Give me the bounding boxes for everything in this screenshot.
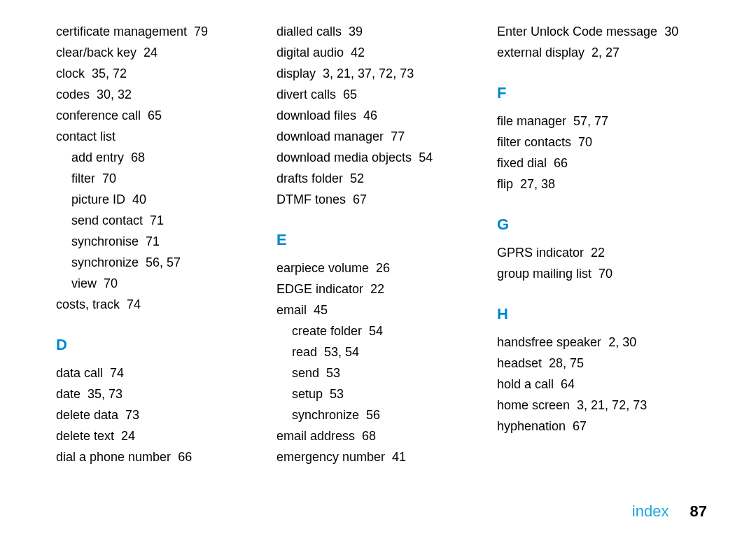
index-entry: dialled calls 39 bbox=[276, 21, 486, 42]
index-pages: 53 bbox=[326, 366, 340, 380]
index-term: send contact bbox=[71, 213, 143, 227]
index-pages: 3, 21, 72, 73 bbox=[577, 398, 647, 412]
index-term: email address bbox=[276, 429, 355, 443]
index-heading-d: D bbox=[56, 334, 266, 355]
index-entry: synchronise 71 bbox=[56, 231, 266, 252]
index-group: earpiece volume 26EDGE indicator 22email… bbox=[276, 258, 486, 467]
index-pages: 65 bbox=[343, 87, 357, 101]
index-entry: clock 35, 72 bbox=[56, 63, 266, 84]
index-entry: clear/back key 24 bbox=[56, 42, 266, 63]
index-entry: hold a call 64 bbox=[497, 374, 707, 395]
index-pages: 24 bbox=[144, 45, 158, 59]
index-pages: 66 bbox=[554, 156, 568, 170]
index-pages: 22 bbox=[370, 282, 384, 296]
page-footer: index 87 bbox=[632, 502, 707, 521]
column-1: certificate management 79clear/back key … bbox=[56, 21, 266, 467]
index-term: handsfree speaker bbox=[497, 335, 601, 349]
index-pages: 3, 21, 37, 72, 73 bbox=[323, 66, 414, 80]
index-term: synchronise bbox=[71, 234, 139, 248]
page-number: 87 bbox=[690, 502, 707, 520]
footer-label: index bbox=[632, 502, 669, 520]
index-term: file manager bbox=[497, 114, 566, 128]
index-pages: 54 bbox=[369, 324, 383, 338]
index-term: download files bbox=[276, 108, 356, 122]
index-pages: 64 bbox=[561, 377, 575, 391]
index-entry: costs, track 74 bbox=[56, 294, 266, 315]
index-entry: contact list bbox=[56, 126, 266, 147]
index-entry: email 45 bbox=[276, 299, 486, 320]
index-entry: fixed dial 66 bbox=[497, 153, 707, 174]
index-pages: 73 bbox=[125, 408, 139, 422]
index-term: Enter Unlock Code message bbox=[497, 24, 657, 38]
index-entry: emergency number 41 bbox=[276, 446, 486, 467]
index-term: add entry bbox=[71, 150, 124, 164]
index-entry: headset 28, 75 bbox=[497, 353, 707, 374]
index-term: delete text bbox=[56, 429, 114, 443]
index-pages: 56, 57 bbox=[146, 255, 181, 269]
index-entry: hyphenation 67 bbox=[497, 416, 707, 437]
index-term: clear/back key bbox=[56, 45, 136, 59]
index-entry: flip 27, 38 bbox=[497, 174, 707, 195]
index-pages: 67 bbox=[353, 192, 367, 206]
index-entry: filter 70 bbox=[56, 168, 266, 189]
index-entry: view 70 bbox=[56, 273, 266, 294]
index-pages: 53 bbox=[330, 387, 344, 401]
index-term: conference call bbox=[56, 108, 141, 122]
index-entry: delete text 24 bbox=[56, 425, 266, 446]
index-pages: 52 bbox=[350, 171, 364, 185]
index-pages: 71 bbox=[150, 213, 164, 227]
index-entry: download files 46 bbox=[276, 105, 486, 126]
index-entry: conference call 65 bbox=[56, 105, 266, 126]
index-term: group mailing list bbox=[497, 267, 592, 281]
index-term: dial a phone number bbox=[56, 450, 171, 464]
index-term: data call bbox=[56, 366, 103, 380]
index-term: send bbox=[292, 366, 319, 380]
index-heading-h: H bbox=[497, 304, 707, 325]
index-heading-f: F bbox=[497, 83, 707, 104]
index-term: display bbox=[276, 66, 316, 80]
index-pages: 70 bbox=[578, 135, 592, 149]
column-3: Enter Unlock Code message 30external dis… bbox=[497, 21, 707, 467]
index-term: GPRS indicator bbox=[497, 246, 584, 260]
index-entry: Enter Unlock Code message 30 bbox=[497, 21, 707, 42]
index-pages: 65 bbox=[148, 108, 162, 122]
index-term: contact list bbox=[56, 129, 115, 143]
index-pages: 79 bbox=[194, 24, 208, 38]
index-entry: read 53, 54 bbox=[276, 341, 486, 362]
index-term: flip bbox=[497, 177, 513, 191]
index-entry: email address 68 bbox=[276, 425, 486, 446]
index-term: divert calls bbox=[276, 87, 336, 101]
index-entry: synchronize 56, 57 bbox=[56, 252, 266, 273]
index-pages: 22 bbox=[591, 246, 605, 260]
index-entry: send 53 bbox=[276, 362, 486, 383]
index-group: data call 74date 35, 73delete data 73del… bbox=[56, 362, 266, 467]
index-entry: EDGE indicator 22 bbox=[276, 278, 486, 299]
index-term: download manager bbox=[276, 129, 384, 143]
index-entry: divert calls 65 bbox=[276, 84, 486, 105]
index-term: digital audio bbox=[276, 45, 344, 59]
index-entry: add entry 68 bbox=[56, 147, 266, 168]
index-entry: filter contacts 70 bbox=[497, 132, 707, 153]
index-term: picture ID bbox=[71, 192, 125, 206]
index-term: synchronize bbox=[71, 255, 139, 269]
index-term: home screen bbox=[497, 398, 570, 412]
index-term: earpiece volume bbox=[276, 261, 369, 275]
index-term: fixed dial bbox=[497, 156, 547, 170]
index-entry: send contact 71 bbox=[56, 210, 266, 231]
index-term: certificate management bbox=[56, 24, 187, 38]
index-term: setup bbox=[292, 387, 323, 401]
index-entry: handsfree speaker 2, 30 bbox=[497, 332, 707, 353]
index-group: certificate management 79clear/back key … bbox=[56, 21, 266, 315]
index-pages: 70 bbox=[598, 267, 612, 281]
index-term: EDGE indicator bbox=[276, 282, 363, 296]
index-pages: 74 bbox=[127, 297, 141, 311]
index-entry: digital audio 42 bbox=[276, 42, 486, 63]
index-pages: 45 bbox=[314, 303, 328, 317]
index-entry: delete data 73 bbox=[56, 404, 266, 425]
index-pages: 70 bbox=[104, 276, 118, 290]
index-entry: data call 74 bbox=[56, 362, 266, 383]
index-term: drafts folder bbox=[276, 171, 343, 185]
index-entry: download media objects 54 bbox=[276, 147, 486, 168]
index-term: read bbox=[292, 345, 317, 359]
columns: certificate management 79clear/back key … bbox=[56, 21, 707, 467]
